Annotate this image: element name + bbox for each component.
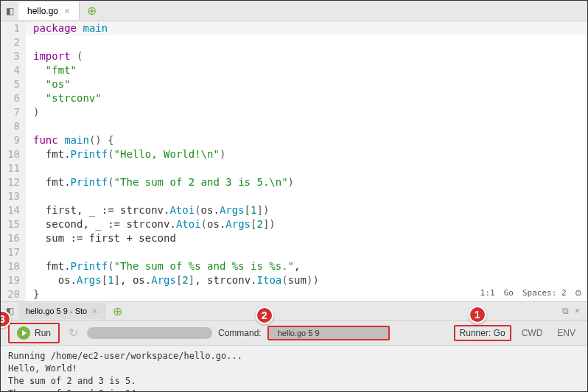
editor-tab-bar: ◧ hello.go × ⊕	[1, 1, 587, 21]
close-panel-icon[interactable]: ×	[575, 306, 580, 316]
run-button-label: Run	[35, 328, 51, 338]
runner-toolbar: 3 Run ↻ Command: 2 1 Runner: Go CWD ENV	[1, 321, 587, 346]
gear-icon[interactable]: ⚙	[575, 286, 581, 300]
close-icon[interactable]: ×	[91, 305, 97, 317]
runner-tab[interactable]: hello.go 5 9 - Sto ×	[18, 303, 105, 319]
cursor-position: 1:1	[480, 286, 495, 300]
line-gutter: 1234567891011121314151617181920	[1, 21, 26, 301]
editor-tab[interactable]: hello.go ×	[18, 2, 80, 20]
progress-bar	[87, 327, 212, 339]
close-icon[interactable]: ×	[64, 5, 70, 17]
env-button[interactable]: ENV	[553, 328, 580, 338]
cwd-button[interactable]: CWD	[517, 328, 547, 338]
add-tab-icon[interactable]: ⊕	[105, 304, 130, 318]
code-content[interactable]: package mainimport ( "fmt" "os" "strconv…	[26, 21, 587, 301]
editor-status-bar: 1:1 Go Spaces: 2 ⚙	[475, 284, 587, 301]
reload-icon[interactable]: ↻	[66, 326, 81, 340]
runner-selector[interactable]: Runner: Go	[454, 325, 511, 341]
language-mode[interactable]: Go	[504, 286, 514, 300]
command-label: Command:	[218, 328, 262, 338]
code-editor[interactable]: 1234567891011121314151617181920 package …	[1, 21, 587, 301]
terminal-output[interactable]: Running /home/ec2-user/workspace/hello.g…	[1, 346, 587, 392]
tab-list-icon[interactable]: ◧	[1, 6, 18, 16]
run-button[interactable]: Run	[8, 323, 60, 343]
detach-icon[interactable]: ⧉	[562, 306, 569, 316]
runner-tab-bar: ◧ hello.go 5 9 - Sto × ⊕ ⧉ ×	[1, 301, 587, 321]
command-input[interactable]	[267, 326, 390, 340]
callout-1: 1	[469, 306, 486, 323]
callout-2: 2	[256, 307, 273, 324]
play-icon	[17, 326, 30, 340]
runner-tab-label: hello.go 5 9 - Sto	[26, 307, 87, 315]
indent-setting[interactable]: Spaces: 2	[522, 286, 567, 300]
add-tab-icon[interactable]: ⊕	[80, 4, 104, 18]
tab-label: hello.go	[27, 6, 58, 16]
